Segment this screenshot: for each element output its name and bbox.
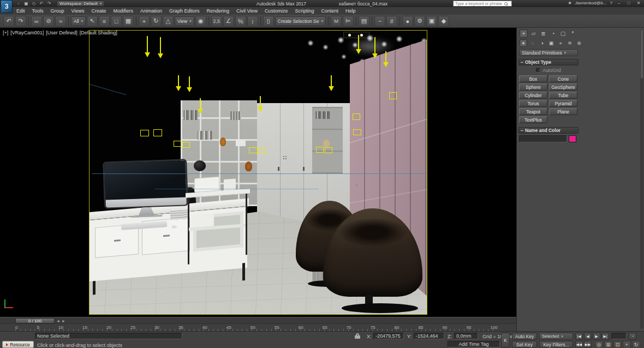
selection-box-helper[interactable] [182,142,190,148]
panel-scrollbar[interactable] [640,29,643,329]
menu-graph-editors[interactable]: Graph Editors [169,8,200,14]
viewport-area[interactable]: [+] [VRayCam001] [User Defined] [Default… [0,28,516,317]
account-label[interactable]: Javnenkod@b... [575,1,607,5]
selection-box-helper[interactable] [316,147,324,153]
light-helper[interactable] [186,76,193,92]
pyramid-button[interactable]: Pyramid [549,100,577,107]
selection-filter-dropdown[interactable]: All [71,16,86,26]
shelf-vase-orange[interactable] [220,137,226,146]
resource-button[interactable]: Resource [2,341,34,348]
object-type-rollout-header[interactable]: − Object Type [518,59,579,65]
search-box[interactable] [453,1,512,7]
spinner-snap-icon[interactable]: ↕ [247,16,258,27]
torus-button[interactable]: Torus [519,100,547,107]
menu-scripting[interactable]: Scripting [295,8,314,14]
undo-small-icon[interactable]: ↶ [38,1,45,7]
light-helper[interactable] [383,51,389,67]
orbit-icon[interactable]: ↻ [632,341,640,348]
tube-button[interactable]: Tube [549,92,577,99]
workspace-dropdown[interactable]: Workspace: Default [57,1,104,7]
menu-civil-view[interactable]: Civil View [236,8,258,14]
selection-box-helper[interactable] [140,130,149,136]
light-helper[interactable] [355,35,362,54]
menu-views[interactable]: Views [71,8,85,14]
lights-subtab-icon[interactable]: ◑ [538,39,546,47]
shelf-sphere-black[interactable] [194,160,206,171]
maximize-button[interactable]: □ [625,1,632,5]
systems-subtab-icon[interactable]: ⊛ [575,39,583,47]
search-icon[interactable] [504,2,508,6]
selection-box-helper[interactable] [174,141,181,147]
undo-icon[interactable]: ↶ [3,16,14,27]
close-button[interactable]: ✕ [635,1,642,5]
select-and-manipulate-icon[interactable]: ◉ [195,16,206,27]
time-slider-track[interactable]: 0 / 100 ◄ ► [0,317,516,323]
open-file-icon[interactable]: ▣ [23,1,29,7]
selection-lock-icon[interactable] [355,333,360,340]
cylinder-button[interactable]: Cylinder [519,92,547,99]
render-setup-icon[interactable]: ⚙ [414,16,425,27]
light-helper[interactable] [372,37,378,58]
coord-x-field[interactable]: -20479,575 [373,333,404,339]
shelf-books[interactable] [183,110,198,120]
select-and-rotate-icon[interactable]: ↻ [151,16,162,27]
help-icon[interactable]: ? [610,1,612,5]
motion-tab-icon[interactable]: ◔ [549,29,557,38]
shapes-subtab-icon[interactable]: ◌ [529,39,536,47]
select-object-icon[interactable]: ↖ [87,16,98,27]
zoom-icon[interactable]: ◎ [595,341,603,348]
name-color-rollout-header[interactable]: − Name and Color [518,127,579,134]
hierarchy-tab-icon[interactable]: ≣ [539,29,547,38]
percent-snap-icon[interactable]: % [235,16,246,27]
edit-named-selection-sets-icon[interactable]: {} [263,16,274,27]
zoom-all-icon[interactable]: ⊞ [604,341,612,348]
light-helper[interactable] [197,98,204,114]
previous-frame-arrow[interactable]: ◄ [56,319,61,323]
light-helper[interactable] [257,96,264,112]
panel-scrollbar-thumb[interactable] [641,29,643,79]
menu-help[interactable]: Help [345,8,356,14]
spacewarps-subtab-icon[interactable]: ≋ [566,39,574,47]
menu-animation[interactable]: Animation [140,8,162,14]
light-helper[interactable] [328,75,335,91]
track-bar[interactable]: 0 5 10 15 20 25 30 35 40 45 50 55 60 65 … [0,323,516,331]
object-name-field[interactable] [519,135,567,142]
align-icon[interactable]: ⊨ [343,16,354,27]
save-file-icon[interactable]: ◇ [31,1,37,7]
redo-small-icon[interactable]: ↷ [46,1,52,7]
menu-customize[interactable]: Customize [265,8,288,14]
textplus-button[interactable]: TextPlus [519,116,547,123]
menu-create[interactable]: Create [91,8,106,14]
named-selection-dropdown[interactable]: Create Selection Se [275,16,326,26]
select-by-name-icon[interactable]: ≡ [99,16,110,27]
time-slider-button[interactable]: 0 / 100 [15,318,55,323]
shelf-books[interactable] [230,111,241,120]
time-configuration-icon[interactable]: ◔ [629,333,636,340]
menu-tools[interactable]: Tools [32,8,44,14]
play-icon[interactable]: ▶ [593,333,600,340]
category-dropdown[interactable]: Standard Primitives [519,49,578,56]
niche-books[interactable] [315,111,331,119]
layer-manager-icon[interactable]: ▤ [359,16,369,27]
curve-editor-icon[interactable]: ~ [374,16,385,27]
star-icon[interactable]: ★ [568,1,571,5]
next-frame-arrow[interactable]: ► [61,319,66,323]
selection-box-helper[interactable] [325,147,332,153]
shelf-books[interactable] [197,131,212,140]
auto-key-button[interactable]: Auto Key [512,333,537,340]
add-time-tag-field[interactable]: Add Time Tag [448,341,500,347]
menu-edit[interactable]: Edit [16,8,25,14]
snap-toggle-icon[interactable]: 2,5 [211,16,222,27]
go-to-start-icon[interactable]: |◀ [575,333,583,340]
helpers-subtab-icon[interactable]: ⌖ [557,39,564,47]
material-editor-icon[interactable]: ● [402,16,413,27]
geometry-subtab-icon[interactable]: ● [520,39,527,47]
go-to-end-icon[interactable]: ▶| [601,333,609,340]
niche-vase[interactable] [323,140,330,147]
rendered-frame-window-icon[interactable]: ▣ [426,16,437,27]
selection-box-helper[interactable] [258,148,266,154]
menu-modifiers[interactable]: Modifiers [113,8,133,14]
menu-rendering[interactable]: Rendering [207,8,230,14]
app-logo-icon[interactable]: 3 [1,0,13,13]
light-helper[interactable] [144,36,151,57]
